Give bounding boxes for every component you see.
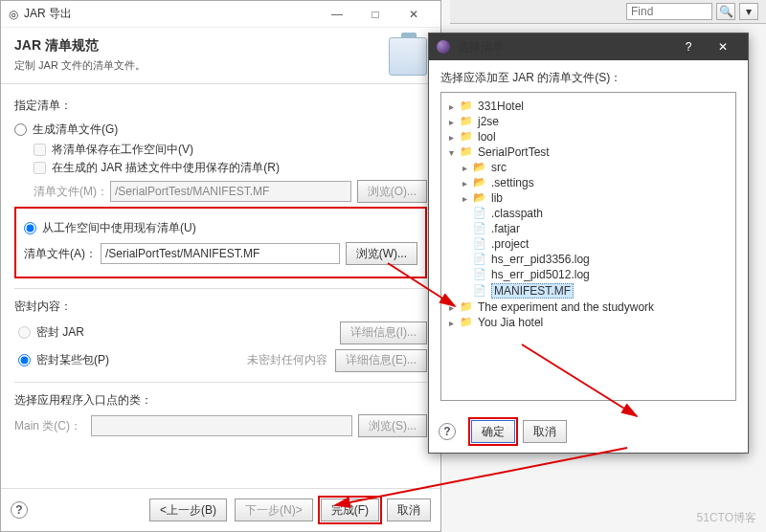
dialog2-help-button[interactable]: ? bbox=[671, 40, 706, 54]
expand-icon[interactable]: ▸ bbox=[445, 131, 457, 143]
expand-icon[interactable]: ▸ bbox=[459, 192, 470, 204]
proj-icon: 📁 bbox=[459, 316, 474, 329]
checkbox-save-workspace: 将清单保存在工作空间中(V) bbox=[34, 142, 427, 158]
tree-item[interactable]: 📄hs_err_pid5012.log bbox=[445, 267, 732, 282]
dialog-body: 指定清单： 生成清单文件(G) 将清单保存在工作空间中(V) 在生成的 JAR … bbox=[1, 84, 440, 488]
toolbar-dropdown-icon[interactable]: ▾ bbox=[739, 3, 758, 20]
dialog2-titlebar: 选择清单 ? ✕ bbox=[429, 33, 748, 60]
finish-button[interactable]: 完成(F) bbox=[321, 499, 379, 521]
radio-seal-packages[interactable]: 密封某些包(P) bbox=[18, 350, 247, 370]
browse-s-button: 浏览(S)... bbox=[358, 414, 427, 437]
tree-item-label: lool bbox=[478, 130, 496, 144]
tree-item[interactable]: ▸📂src bbox=[445, 160, 732, 175]
cancel-button[interactable]: 取消 bbox=[523, 420, 567, 443]
eclipse-icon bbox=[437, 40, 450, 54]
help-icon[interactable]: ? bbox=[11, 501, 28, 519]
expand-icon[interactable] bbox=[459, 254, 470, 265]
manifest-a-input[interactable] bbox=[101, 243, 340, 264]
tree-item[interactable]: ▸📂.settings bbox=[445, 175, 732, 190]
expand-icon[interactable]: ▸ bbox=[459, 162, 470, 173]
tree-item[interactable]: ▸📁331Hotel bbox=[445, 99, 732, 114]
minimize-button[interactable]: — bbox=[318, 2, 356, 27]
dialog-header: JAR 清单规范 定制 JAR 文件的清单文件。 bbox=[1, 28, 440, 84]
checkbox-use-saved: 在生成的 JAR 描述文件中使用保存的清单(R) bbox=[34, 160, 427, 176]
dialog2-close-button[interactable]: ✕ bbox=[706, 40, 740, 54]
file-icon: 📄 bbox=[472, 284, 487, 298]
folder-icon: 📂 bbox=[472, 191, 487, 205]
tree-item-label: .settings bbox=[491, 176, 534, 189]
dialog-title: JAR 导出 bbox=[24, 6, 318, 22]
manifest-a-label: 清单文件(A)： bbox=[24, 246, 101, 262]
expand-icon[interactable]: ▸ bbox=[445, 301, 457, 313]
expand-icon[interactable] bbox=[459, 238, 470, 250]
tree-item[interactable]: 📄hs_err_pid3356.log bbox=[445, 252, 732, 267]
ok-button[interactable]: 确定 bbox=[471, 420, 515, 443]
search-icon[interactable]: 🔍 bbox=[716, 3, 735, 20]
expand-icon[interactable]: ▸ bbox=[445, 116, 457, 127]
radio-generate-label: 生成清单文件(G) bbox=[33, 122, 118, 138]
tree-item-label: hs_err_pid5012.log bbox=[491, 268, 590, 281]
cb-use-saved-label: 在生成的 JAR 描述文件中使用保存的清单(R) bbox=[52, 160, 280, 176]
browse-w-button[interactable]: 浏览(W)... bbox=[346, 242, 417, 265]
tree-item[interactable]: 📄.project bbox=[445, 236, 732, 252]
dialog-heading: JAR 清单规范 bbox=[14, 37, 389, 55]
proj-icon: 📁 bbox=[459, 100, 474, 113]
expand-icon[interactable]: ▸ bbox=[445, 100, 457, 112]
folder-icon: 📂 bbox=[472, 161, 487, 174]
tree-item-label: MANIFEST.MF bbox=[491, 283, 574, 299]
sealed-none-text: 未密封任何内容 bbox=[247, 352, 327, 368]
tree-item-label: j2se bbox=[478, 115, 499, 128]
file-icon: 📄 bbox=[472, 237, 487, 251]
tree-item[interactable]: 📄.fatjar bbox=[445, 221, 732, 236]
manifest-m-label: 清单文件(M)： bbox=[34, 184, 110, 200]
main-toolbar: 🔍 ▾ bbox=[450, 0, 766, 24]
expand-icon[interactable] bbox=[459, 208, 470, 219]
tree-item[interactable]: ▸📁lool bbox=[445, 129, 732, 144]
tree-item-label: The experiment and the studywork bbox=[478, 300, 654, 314]
radio-existing-label: 从工作空间中使用现有清单(U) bbox=[42, 220, 196, 236]
seal-pkg-label: 密封某些包(P) bbox=[36, 352, 109, 368]
expand-icon[interactable] bbox=[459, 285, 470, 297]
dialog2-title: 选择清单 bbox=[458, 39, 671, 55]
expand-icon[interactable]: ▾ bbox=[445, 146, 457, 158]
expand-icon[interactable] bbox=[459, 223, 470, 234]
file-tree[interactable]: ▸📁331Hotel▸📁j2se▸📁lool▾📁SerialPortTest▸📂… bbox=[440, 92, 736, 401]
expand-icon[interactable]: ▸ bbox=[459, 177, 470, 188]
back-button[interactable]: <上一步(B) bbox=[149, 499, 227, 521]
file-icon: 📄 bbox=[472, 253, 487, 266]
tree-item-label: SerialPortTest bbox=[478, 145, 550, 159]
radio-use-existing[interactable]: 从工作空间中使用现有清单(U) bbox=[24, 218, 417, 238]
tree-item[interactable]: ▸📁j2se bbox=[445, 114, 732, 129]
help-icon[interactable]: ? bbox=[439, 423, 456, 440]
tree-item-label: lib bbox=[491, 191, 503, 205]
proj-icon: 📁 bbox=[459, 300, 474, 314]
find-input[interactable] bbox=[626, 3, 712, 20]
proj-icon: 📁 bbox=[459, 145, 474, 159]
radio-generate-manifest[interactable]: 生成清单文件(G) bbox=[14, 120, 427, 140]
tree-item[interactable]: 📄MANIFEST.MF bbox=[445, 282, 732, 299]
tree-item[interactable]: ▾📁SerialPortTest bbox=[445, 144, 732, 160]
expand-icon[interactable]: ▸ bbox=[445, 317, 457, 328]
close-button[interactable]: ✕ bbox=[394, 2, 433, 27]
tree-item[interactable]: ▸📂lib bbox=[445, 190, 732, 206]
dialog-titlebar: ◎ JAR 导出 — □ ✕ bbox=[1, 1, 440, 28]
cancel-button[interactable]: 取消 bbox=[387, 499, 431, 521]
file-icon: 📄 bbox=[472, 207, 487, 220]
tree-item-label: 331Hotel bbox=[478, 100, 524, 113]
file-icon: 📄 bbox=[472, 268, 487, 281]
tree-item[interactable]: ▸📁The experiment and the studywork bbox=[445, 299, 732, 315]
details-i-button: 详细信息(I)... bbox=[340, 321, 427, 344]
dialog2-prompt: 选择应添加至 JAR 的清单文件(S)： bbox=[440, 70, 736, 86]
browse-o-button: 浏览(O)... bbox=[357, 180, 427, 203]
radio-seal-jar: 密封 JAR bbox=[18, 322, 340, 343]
tree-item[interactable]: ▸📁You Jia hotel bbox=[445, 315, 732, 330]
maximize-button[interactable]: □ bbox=[356, 2, 394, 27]
tree-item[interactable]: 📄.classpath bbox=[445, 206, 732, 221]
dialog-subheading: 定制 JAR 文件的清单文件。 bbox=[14, 58, 389, 73]
sealing-label: 密封内容： bbox=[14, 299, 427, 315]
expand-icon[interactable] bbox=[459, 269, 470, 280]
select-manifest-dialog: 选择清单 ? ✕ 选择应添加至 JAR 的清单文件(S)： ▸📁331Hotel… bbox=[428, 33, 749, 454]
file-icon: 📄 bbox=[472, 222, 487, 235]
dialog-footer: ? <上一步(B) 下一步(N)> 完成(F) 取消 bbox=[1, 488, 440, 531]
watermark: 51CTO博客 bbox=[697, 510, 756, 526]
